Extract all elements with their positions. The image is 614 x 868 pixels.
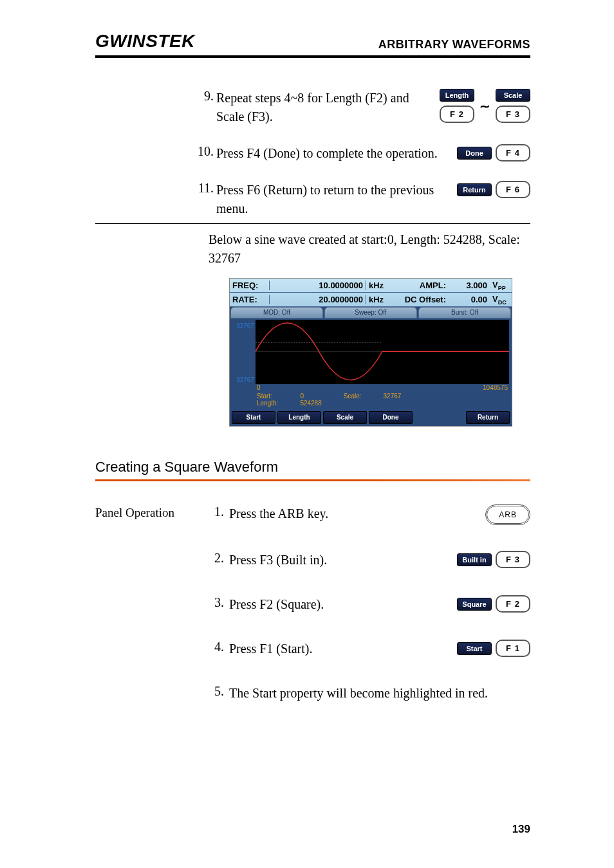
sweep-tab: Sweep: Off (324, 307, 417, 319)
device-info-bar: Start: Length: 0 524288 Scale: 32767 (230, 391, 512, 409)
step-number: 9. (95, 89, 216, 104)
freq-unit: kHz (366, 281, 391, 290)
burst-tab: Burst: Off (418, 307, 511, 319)
ampl-label: AMPL: (391, 281, 449, 290)
step-number: 11. (95, 181, 216, 196)
mod-tab: MOD: Off (230, 307, 323, 319)
step-number: 1. (209, 504, 225, 519)
arb-key[interactable]: ARB (485, 504, 530, 525)
rate-unit: kHz (366, 295, 391, 304)
dev-return-softkey: Return (466, 411, 510, 424)
x-min: 0 (257, 384, 261, 391)
step-9: 9. Repeat steps 4~8 for Length (F2) and … (95, 89, 530, 126)
dcoffset-value: 0.00 (449, 295, 490, 304)
scale-softkey[interactable]: Scale (496, 89, 530, 102)
f3-key[interactable]: F 3 (496, 551, 530, 568)
rate-value: 20.0000000 (270, 295, 366, 304)
y-high: 32767 (232, 322, 254, 329)
step-text: Press F3 (Built in). (225, 551, 457, 569)
dev-done-softkey: Done (369, 411, 413, 424)
f1-key[interactable]: F 1 (496, 640, 530, 657)
done-softkey[interactable]: Done (457, 147, 492, 160)
return-softkey[interactable]: Return (457, 183, 492, 196)
freq-label: FREQ: (230, 281, 270, 290)
dcoffset-label: DC Offset: (391, 295, 449, 304)
ampl-unit: VPP (490, 280, 512, 291)
dev-scale-softkey: Scale (323, 411, 367, 424)
section-heading: Creating a Square Waveform (95, 459, 530, 476)
step-5: 5. The Start property will become highli… (209, 684, 530, 703)
step-text: Press F2 (Square). (225, 595, 457, 614)
panel-operation-label: Panel Operation (95, 504, 209, 703)
start-softkey[interactable]: Start (457, 642, 492, 655)
step-10: 10. Press F4 (Done) to complete the oper… (95, 144, 530, 163)
brand-logo: GWINSTEK (95, 31, 195, 51)
rate-label: RATE: (230, 295, 270, 304)
x-max: 1048575 (483, 384, 508, 391)
length-softkey[interactable]: Length (440, 89, 474, 102)
step-number: 5. (209, 684, 225, 699)
builtin-softkey[interactable]: Built in (457, 553, 492, 566)
step-2: 2. Press F3 (Built in). Built in F 3 (209, 551, 530, 569)
square-softkey[interactable]: Square (457, 598, 492, 611)
f6-key[interactable]: F 6 (496, 181, 530, 198)
step-text: Press the ARB key. (225, 504, 485, 523)
f4-key[interactable]: F 4 (496, 144, 530, 162)
step-text: The Start property will become highlight… (225, 684, 530, 703)
waveform-plot (256, 320, 509, 384)
step-number: 3. (209, 595, 225, 610)
f2-key[interactable]: F 2 (496, 595, 530, 613)
step-3: 3. Press F2 (Square). Square F 2 (209, 595, 530, 614)
divider (95, 223, 530, 224)
step-number: 4. (209, 640, 225, 654)
page-number: 139 (512, 823, 530, 836)
page-header: GWINSTEK ARBITRARY WAVEFORMS (95, 31, 530, 58)
step-text: Press F6 (Return) to return to the previ… (216, 181, 457, 218)
step-number: 10. (95, 144, 216, 159)
orange-divider (95, 479, 530, 481)
step-text: Repeat steps 4~8 for Length (F2) and Sca… (216, 89, 440, 126)
dev-length-softkey: Length (277, 411, 321, 424)
tilde-icon: ∼ (478, 98, 492, 114)
step-1: 1. Press the ARB key. ARB (209, 504, 530, 525)
step-number: 2. (209, 551, 225, 566)
dcoffset-unit: VDC (490, 294, 512, 306)
step-11: 11. Press F6 (Return) to return to the p… (95, 181, 530, 218)
dev-start-softkey: Start (232, 411, 275, 424)
caption: Below a sine wave created at start:0, Le… (209, 230, 530, 268)
step-text: Press F1 (Start). (225, 640, 457, 658)
f3-key[interactable]: F 3 (496, 106, 530, 123)
step-text: Press F4 (Done) to complete the operatio… (216, 144, 457, 163)
ampl-value: 3.000 (449, 281, 490, 290)
device-screenshot: FREQ: 10.0000000 kHz AMPL: 3.000 VPP RAT… (229, 278, 512, 427)
y-low: 32767 (232, 376, 254, 383)
section-title: ARBITRARY WAVEFORMS (378, 38, 530, 51)
freq-value: 10.0000000 (270, 281, 366, 290)
f2-key[interactable]: F 2 (440, 106, 474, 123)
step-4: 4. Press F1 (Start). Start F 1 (209, 640, 530, 658)
